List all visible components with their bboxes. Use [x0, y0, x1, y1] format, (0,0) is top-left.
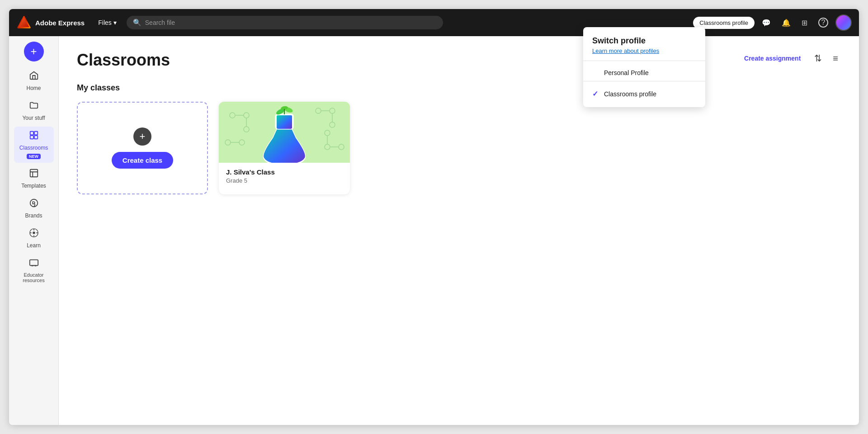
classrooms-icon	[29, 130, 39, 143]
sidebar-item-brands[interactable]: Brands	[14, 194, 54, 222]
create-class-button[interactable]: Create class	[112, 152, 173, 169]
sidebar-item-your-stuff[interactable]: Your stuff	[14, 97, 54, 125]
bell-icon-button[interactable]: 🔔	[778, 16, 794, 30]
sort-icon-button[interactable]: ⇅	[811, 51, 825, 66]
learn-more-link[interactable]: Learn more about profiles	[583, 47, 705, 54]
sidebar-item-classrooms[interactable]: Classrooms NEW	[14, 127, 54, 163]
svg-rect-4	[34, 132, 37, 135]
help-icon-button[interactable]: ?	[815, 15, 832, 30]
grid-icon-button[interactable]: ⊞	[798, 16, 811, 30]
svg-rect-6	[34, 136, 37, 139]
home-icon	[29, 71, 39, 83]
help-icon: ?	[818, 18, 828, 28]
main-layout: + Home Your stuff	[9, 36, 859, 425]
search-bar: 🔍	[127, 16, 443, 29]
classrooms-profile-label: Classrooms profile	[604, 90, 656, 98]
brands-icon	[29, 198, 39, 211]
list-icon: ≡	[833, 53, 838, 63]
classes-grid: + Create class	[77, 102, 841, 194]
new-badge: NEW	[27, 154, 41, 159]
content-area: Classrooms Create assignment ⇅ ≡ My clas…	[59, 36, 859, 425]
sidebar-add-button[interactable]: +	[24, 42, 44, 61]
learn-icon	[29, 228, 39, 241]
create-assignment-button[interactable]: Create assignment	[739, 52, 806, 65]
page-title: Classrooms	[77, 51, 170, 70]
add-circle: +	[133, 127, 151, 146]
sidebar-item-learn[interactable]: Learn	[14, 224, 54, 252]
logo-area: Adobe Express	[16, 15, 85, 30]
checkmark-icon: ✓	[592, 90, 599, 98]
profile-divider	[583, 61, 705, 61]
sidebar-item-educator-resources[interactable]: Educator resources	[14, 254, 54, 287]
app-name: Adobe Express	[35, 19, 85, 27]
avatar-button[interactable]	[835, 14, 852, 31]
profile-divider-2	[583, 81, 705, 81]
grid-icon: ⊞	[802, 19, 807, 27]
search-icon: 🔍	[133, 19, 142, 27]
sidebar-item-label: Brands	[25, 212, 42, 219]
class-card[interactable]: J. Silva's Class Grade 5	[219, 102, 350, 194]
templates-icon	[29, 168, 39, 181]
chat-icon-button[interactable]: 💬	[758, 16, 774, 30]
folder-icon	[29, 100, 39, 113]
svg-rect-33	[277, 115, 292, 129]
sidebar: + Home Your stuff	[9, 36, 59, 425]
class-grade: Grade 5	[226, 177, 343, 184]
classrooms-profile-option[interactable]: ✓ Classrooms profile	[583, 85, 705, 103]
plus-icon: +	[30, 45, 37, 58]
class-name: J. Silva's Class	[226, 168, 343, 176]
switch-profile-title: Switch profile	[583, 36, 705, 46]
svg-rect-3	[30, 132, 33, 135]
content-topbar: Create assignment ⇅ ≡	[739, 51, 841, 66]
bell-icon: 🔔	[782, 19, 791, 27]
sidebar-item-label: Educator resources	[17, 272, 51, 283]
class-card-image	[219, 102, 350, 163]
personal-profile-label: Personal Profile	[604, 69, 649, 76]
plus-icon: +	[140, 131, 146, 142]
personal-profile-option[interactable]: Personal Profile	[583, 65, 705, 81]
topbar: Adobe Express Files ▾ 🔍 Classrooms profi…	[9, 9, 859, 36]
search-input[interactable]	[145, 19, 437, 26]
chat-icon: 💬	[762, 19, 771, 27]
sidebar-item-label: Learn	[27, 242, 41, 249]
switch-profile-dropdown: Switch profile Learn more about profiles…	[583, 27, 705, 107]
sort-icon: ⇅	[814, 53, 822, 63]
create-class-card[interactable]: + Create class	[77, 102, 208, 194]
sidebar-item-label: Templates	[21, 183, 46, 189]
svg-rect-5	[30, 136, 33, 139]
adobe-express-logo	[16, 15, 32, 30]
sidebar-item-label: Classrooms	[19, 145, 48, 151]
svg-rect-10	[29, 260, 38, 266]
sidebar-item-label: Home	[26, 85, 41, 91]
list-icon-button[interactable]: ≡	[830, 52, 841, 66]
sidebar-item-home[interactable]: Home	[14, 67, 54, 95]
sidebar-item-label: Your stuff	[22, 115, 45, 121]
educator-resources-icon	[29, 258, 39, 270]
files-dropdown[interactable]: Files ▾	[94, 16, 121, 29]
section-title: My classes	[77, 83, 841, 93]
svg-rect-7	[30, 170, 38, 177]
topbar-right: Classrooms profile 💬 🔔 ⊞ ?	[693, 14, 852, 31]
class-card-info: J. Silva's Class Grade 5	[219, 163, 350, 189]
sidebar-item-templates[interactable]: Templates	[14, 165, 54, 193]
